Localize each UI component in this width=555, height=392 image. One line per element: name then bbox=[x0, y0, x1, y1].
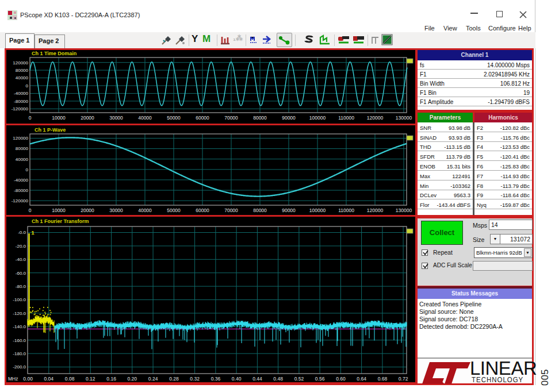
svg-text:60000: 60000 bbox=[196, 207, 209, 213]
svg-text:-0.0: -0.0 bbox=[18, 230, 26, 235]
svg-text:30000: 30000 bbox=[109, 207, 123, 213]
svg-text:0.04: 0.04 bbox=[44, 376, 54, 382]
svg-text:-80000: -80000 bbox=[14, 99, 28, 104]
svg-text:-120.0: -120.0 bbox=[13, 311, 26, 316]
svg-text:-20.0: -20.0 bbox=[16, 244, 26, 249]
svg-text:70000: 70000 bbox=[224, 207, 238, 213]
svg-text:-40000: -40000 bbox=[14, 178, 28, 183]
svg-text:0.68: 0.68 bbox=[378, 376, 388, 382]
svg-text:90000: 90000 bbox=[282, 115, 296, 121]
svg-text:90000: 90000 bbox=[282, 207, 296, 213]
svg-text:40000: 40000 bbox=[16, 157, 29, 162]
svg-text:0.64: 0.64 bbox=[357, 376, 366, 382]
svg-text:0: 0 bbox=[26, 83, 29, 89]
svg-text:70000: 70000 bbox=[224, 115, 238, 121]
svg-text:0.20: 0.20 bbox=[128, 376, 137, 382]
svg-text:0.28: 0.28 bbox=[169, 376, 179, 382]
svg-text:-180.0: -180.0 bbox=[13, 351, 26, 356]
svg-text:-100.0: -100.0 bbox=[13, 297, 26, 302]
svg-text:10000: 10000 bbox=[52, 207, 66, 213]
svg-text:0.16: 0.16 bbox=[106, 376, 116, 382]
svg-text:100000: 100000 bbox=[309, 115, 326, 121]
svg-text:80000: 80000 bbox=[253, 207, 267, 213]
svg-text:0.52: 0.52 bbox=[294, 376, 304, 382]
svg-text:50000: 50000 bbox=[167, 207, 181, 213]
svg-text:20000: 20000 bbox=[81, 115, 94, 121]
svg-text:0.56: 0.56 bbox=[315, 376, 325, 382]
svg-text:0.24: 0.24 bbox=[148, 376, 158, 382]
svg-text:110000: 110000 bbox=[338, 207, 354, 213]
svg-text:120000: 120000 bbox=[367, 115, 384, 121]
svg-text:100000: 100000 bbox=[309, 207, 326, 213]
svg-text:40000: 40000 bbox=[138, 115, 152, 121]
svg-text:-60.0: -60.0 bbox=[16, 271, 26, 276]
svg-text:0.00: 0.00 bbox=[23, 376, 33, 382]
svg-text:130000: 130000 bbox=[396, 207, 412, 213]
svg-text:-140.0: -140.0 bbox=[13, 324, 26, 329]
svg-text:-120000: -120000 bbox=[12, 106, 29, 112]
svg-text:0.48: 0.48 bbox=[273, 376, 283, 382]
svg-text:MHz: MHz bbox=[8, 376, 18, 382]
svg-text:-80.0: -80.0 bbox=[16, 284, 26, 289]
svg-text:20000: 20000 bbox=[81, 207, 94, 213]
svg-text:-200.0: -200.0 bbox=[13, 364, 26, 370]
svg-text:0.08: 0.08 bbox=[65, 376, 75, 382]
svg-text:0.44: 0.44 bbox=[252, 376, 262, 382]
svg-text:Ch 1 Fourier Transform: Ch 1 Fourier Transform bbox=[32, 218, 89, 224]
svg-text:1: 1 bbox=[32, 230, 35, 236]
svg-text:50000: 50000 bbox=[167, 115, 181, 121]
svg-text:120000: 120000 bbox=[13, 136, 28, 141]
svg-text:0.36: 0.36 bbox=[211, 376, 221, 382]
svg-text:Ch 1 P-Wave: Ch 1 P-Wave bbox=[35, 127, 66, 133]
svg-text:80000: 80000 bbox=[16, 146, 29, 151]
svg-text:0: 0 bbox=[26, 167, 29, 172]
svg-text:0: 0 bbox=[29, 115, 32, 121]
svg-text:-80000: -80000 bbox=[14, 188, 28, 193]
svg-text:110000: 110000 bbox=[338, 115, 354, 121]
svg-text:0.12: 0.12 bbox=[86, 376, 95, 382]
svg-text:30000: 30000 bbox=[109, 115, 123, 121]
svg-text:-40000: -40000 bbox=[14, 91, 28, 96]
svg-text:-160.0: -160.0 bbox=[13, 338, 26, 343]
svg-text:60000: 60000 bbox=[196, 115, 209, 121]
svg-text:120000: 120000 bbox=[13, 60, 28, 66]
svg-text:80000: 80000 bbox=[16, 68, 29, 73]
svg-text:0.72: 0.72 bbox=[399, 376, 408, 382]
svg-text:40000: 40000 bbox=[16, 75, 29, 80]
svg-text:80000: 80000 bbox=[253, 115, 267, 121]
svg-text:130000: 130000 bbox=[396, 115, 412, 121]
svg-text:Ch 1 Time Domain: Ch 1 Time Domain bbox=[32, 51, 76, 56]
svg-text:-120000: -120000 bbox=[12, 198, 29, 203]
svg-text:120000: 120000 bbox=[367, 207, 384, 213]
svg-text:-40.0: -40.0 bbox=[16, 257, 26, 262]
svg-text:0: 0 bbox=[29, 207, 32, 213]
svg-text:0.60: 0.60 bbox=[336, 376, 346, 382]
svg-text:40000: 40000 bbox=[138, 207, 152, 213]
svg-text:10000: 10000 bbox=[52, 115, 66, 121]
svg-text:0.40: 0.40 bbox=[232, 376, 242, 382]
svg-text:0.32: 0.32 bbox=[190, 376, 200, 382]
